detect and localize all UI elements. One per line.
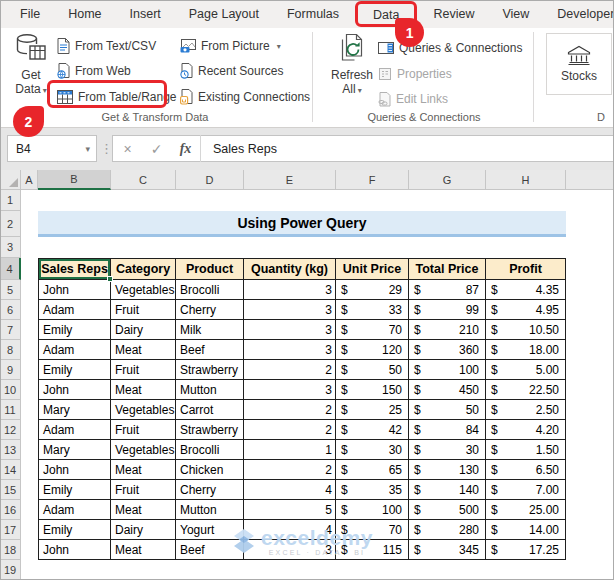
cell-H10[interactable]: $22.50: [486, 380, 566, 400]
cell-A7[interactable]: [21, 320, 38, 340]
cell-H17[interactable]: $14.00: [486, 520, 566, 540]
cell-H14[interactable]: $6.50: [486, 460, 566, 480]
cell-D17[interactable]: Yogurt: [176, 520, 244, 540]
header-cell-quantity-kg-[interactable]: Quantity (kg): [244, 258, 336, 280]
cell-B14[interactable]: John: [38, 460, 111, 480]
cell-C17[interactable]: Dairy: [111, 520, 176, 540]
cell-E11[interactable]: 2: [244, 400, 336, 420]
cell-G9[interactable]: $100: [409, 360, 486, 380]
cell-A15[interactable]: [21, 480, 38, 500]
cell-B6[interactable]: Adam: [38, 300, 111, 320]
header-cell-total-price[interactable]: Total Price: [409, 258, 486, 280]
cell-E13[interactable]: 1: [244, 440, 336, 460]
cell-A9[interactable]: [21, 360, 38, 380]
cell-F9[interactable]: $50: [336, 360, 409, 380]
cell-E10[interactable]: 3: [244, 380, 336, 400]
cell-C9[interactable]: Fruit: [111, 360, 176, 380]
select-all-button[interactable]: [0, 170, 21, 190]
cell-D11[interactable]: Carrot: [176, 400, 244, 420]
cell-partial-11[interactable]: [566, 400, 614, 420]
cell-C8[interactable]: Meat: [111, 340, 176, 360]
row-header-16[interactable]: 16: [0, 500, 21, 520]
cell-B16[interactable]: Adam: [38, 500, 111, 520]
name-box-dropdown-icon[interactable]: ▾: [85, 144, 90, 154]
row-header-18[interactable]: 18: [0, 540, 21, 560]
cell-E15[interactable]: 4: [244, 480, 336, 500]
cell-H7[interactable]: $10.50: [486, 320, 566, 340]
cell-H15[interactable]: $7.00: [486, 480, 566, 500]
cell-F16[interactable]: $100: [336, 500, 409, 520]
from-picture-button[interactable]: From Picture ▾: [180, 36, 281, 56]
cell-B17[interactable]: Emily: [38, 520, 111, 540]
cell-D8[interactable]: Beef: [176, 340, 244, 360]
name-box[interactable]: B4 ▾: [7, 135, 97, 162]
cell-E9[interactable]: 2: [244, 360, 336, 380]
cell-H13[interactable]: $1.50: [486, 440, 566, 460]
cell-G6[interactable]: $99: [409, 300, 486, 320]
cell-G7[interactable]: $210: [409, 320, 486, 340]
cell-partial-8[interactable]: [566, 340, 614, 360]
row-header-7[interactable]: 7: [0, 320, 21, 340]
cell-partial-9[interactable]: [566, 360, 614, 380]
cell-B9[interactable]: Emily: [38, 360, 111, 380]
tab-review[interactable]: Review: [419, 7, 488, 21]
cell-blank-19[interactable]: [38, 560, 614, 580]
cell-E7[interactable]: 3: [244, 320, 336, 340]
cell-F17[interactable]: $70: [336, 520, 409, 540]
cell-C16[interactable]: Meat: [111, 500, 176, 520]
cell-F18[interactable]: $115: [336, 540, 409, 560]
cell-A16[interactable]: [21, 500, 38, 520]
cell-C7[interactable]: Dairy: [111, 320, 176, 340]
row-header-3[interactable]: 3: [0, 237, 21, 258]
row-header-8[interactable]: 8: [0, 340, 21, 360]
column-header-D[interactable]: D: [176, 170, 244, 190]
from-text-csv-button[interactable]: From Text/CSV: [57, 36, 156, 56]
tab-view[interactable]: View: [488, 7, 543, 21]
cell-E14[interactable]: 2: [244, 460, 336, 480]
cell-C14[interactable]: Meat: [111, 460, 176, 480]
row-header-11[interactable]: 11: [0, 400, 21, 420]
cell-B13[interactable]: Mary: [38, 440, 111, 460]
cell-G14[interactable]: $130: [409, 460, 486, 480]
cell-H9[interactable]: $5.00: [486, 360, 566, 380]
cell-A17[interactable]: [21, 520, 38, 540]
row-header-19[interactable]: 19: [0, 560, 21, 580]
header-cell-category[interactable]: Category: [111, 258, 176, 280]
row-header-6[interactable]: 6: [0, 300, 21, 320]
cell-blank-3[interactable]: [38, 237, 614, 258]
cell-A2[interactable]: [21, 211, 38, 237]
from-web-button[interactable]: From Web: [57, 61, 131, 81]
cell-D14[interactable]: Chicken: [176, 460, 244, 480]
cell-A8[interactable]: [21, 340, 38, 360]
cell-H6[interactable]: $4.95: [486, 300, 566, 320]
row-header-12[interactable]: 12: [0, 420, 21, 440]
cell-A10[interactable]: [21, 380, 38, 400]
cell-G18[interactable]: $345: [409, 540, 486, 560]
cell-F15[interactable]: $35: [336, 480, 409, 500]
column-header-A[interactable]: A: [21, 170, 38, 190]
tab-file[interactable]: File: [6, 7, 54, 21]
cell-F13[interactable]: $30: [336, 440, 409, 460]
cell-A5[interactable]: [21, 280, 38, 300]
tab-formulas[interactable]: Formulas: [273, 7, 353, 21]
cell-partial-16[interactable]: [566, 500, 614, 520]
cell-F10[interactable]: $150: [336, 380, 409, 400]
row-header-4[interactable]: 4: [0, 258, 21, 280]
cell-G12[interactable]: $84: [409, 420, 486, 440]
cell-D13[interactable]: Brocolli: [176, 440, 244, 460]
existing-connections-button[interactable]: Existing Connections: [180, 87, 310, 107]
row-header-10[interactable]: 10: [0, 380, 21, 400]
cell-C6[interactable]: Fruit: [111, 300, 176, 320]
cell-partial-15[interactable]: [566, 480, 614, 500]
cell-D5[interactable]: Brocolli: [176, 280, 244, 300]
cell-A6[interactable]: [21, 300, 38, 320]
cell-A14[interactable]: [21, 460, 38, 480]
cell-partial-13[interactable]: [566, 440, 614, 460]
column-header-B[interactable]: B: [38, 170, 111, 190]
cell-D15[interactable]: Cherry: [176, 480, 244, 500]
cell-C15[interactable]: Fruit: [111, 480, 176, 500]
cell-D9[interactable]: Strawberry: [176, 360, 244, 380]
cell-H12[interactable]: $4.20: [486, 420, 566, 440]
fill-handle[interactable]: [107, 276, 113, 282]
cell-partial-7[interactable]: [566, 320, 614, 340]
